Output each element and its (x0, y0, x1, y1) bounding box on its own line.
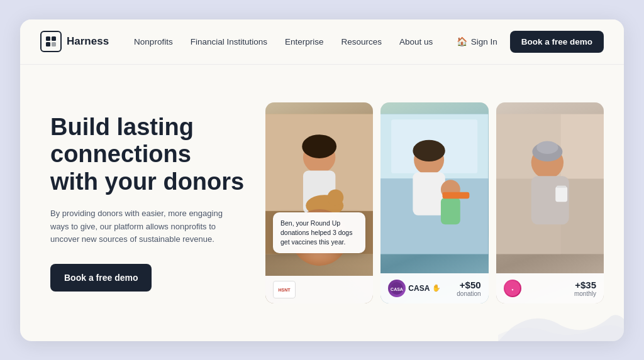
card-3-donation-label: monthly (574, 290, 596, 297)
svg-rect-33 (555, 187, 567, 202)
svg-rect-22 (441, 197, 460, 224)
navbar: Harness Nonprofits Financial Institution… (20, 19, 624, 65)
card-1-footer: HSNT (265, 276, 373, 303)
svg-rect-34 (557, 185, 566, 187)
svg-point-10 (328, 189, 344, 205)
svg-text:HSNT: HSNT (278, 288, 291, 292)
courageous-hearts-badge: ♥ (504, 280, 521, 297)
casa-hand-icon: ✋ (432, 284, 441, 292)
svg-rect-2 (46, 42, 50, 46)
card-3-donation-value: +$35 (574, 280, 596, 290)
hsnt-logo: HSNT (273, 281, 296, 298)
card-2-donation-value: +$50 (457, 280, 480, 290)
card-2-donation-label: donation (457, 290, 480, 297)
nav-about[interactable]: About us (399, 37, 433, 46)
svg-rect-0 (46, 36, 50, 41)
casa-label: CASA (408, 284, 430, 293)
card-2-footer: CASA CASA ✋ +$50 donation (380, 273, 488, 303)
book-demo-nav-button[interactable]: Book a free demo (510, 31, 604, 53)
nav-financial[interactable]: Financial Institutions (191, 37, 267, 46)
book-demo-hero-button[interactable]: Book a free demo (50, 264, 152, 292)
logo-text: Harness (67, 35, 109, 48)
sign-in-label: Sign In (471, 37, 497, 46)
nav-right: 🏠 Sign In Book a free demo (457, 31, 604, 53)
hero-left: Build lasting connections with your dono… (50, 114, 245, 292)
card-3-footer: ♥ +$35 monthly (496, 273, 604, 303)
nav-links: Nonprofits Financial Institutions Enterp… (134, 36, 457, 47)
casa-badge: CASA CASA ✋ (388, 280, 441, 297)
card-2-donation: +$50 donation (457, 280, 480, 297)
card-3-donation: +$35 monthly (574, 280, 596, 297)
card-casa: CASA CASA ✋ +$50 donation (380, 102, 488, 303)
home-icon: 🏠 (457, 36, 467, 46)
svg-rect-19 (413, 172, 445, 215)
casa-circle-icon: CASA (388, 280, 406, 297)
page-container: Harness Nonprofits Financial Institution… (20, 19, 624, 341)
svg-text:CASA: CASA (391, 287, 403, 292)
svg-point-31 (536, 141, 558, 154)
sign-in-link[interactable]: 🏠 Sign In (457, 36, 497, 46)
hero-subtitle: By providing donors with easier, more en… (50, 207, 226, 246)
nav-resources[interactable]: Resources (341, 37, 382, 46)
brush-decoration (498, 303, 624, 341)
nav-nonprofits[interactable]: Nonprofits (134, 37, 173, 46)
svg-point-20 (413, 139, 445, 161)
card-hearts: ♥ +$35 monthly (496, 102, 604, 303)
svg-rect-23 (443, 192, 470, 198)
hero-cards: Ben, your Round Up donations helped 3 do… (265, 102, 604, 303)
hero-title: Build lasting connections with your dono… (50, 114, 245, 196)
courageous-hearts-icon: ♥ (504, 280, 521, 297)
svg-point-11 (302, 134, 336, 158)
logo-link[interactable]: Harness (40, 31, 109, 52)
nav-enterprise[interactable]: Enterprise (285, 37, 324, 46)
logo-icon (40, 31, 62, 52)
card-1-bubble-text: Ben, your Round Up donations helped 3 do… (280, 219, 352, 245)
card-1-bubble: Ben, your Round Up donations helped 3 do… (273, 212, 365, 253)
card-dog: Ben, your Round Up donations helped 3 do… (265, 102, 373, 303)
svg-rect-1 (52, 36, 56, 41)
svg-rect-3 (52, 42, 56, 46)
svg-text:♥: ♥ (511, 288, 513, 292)
card-1-photo (265, 102, 373, 303)
hero-section: Build lasting connections with your dono… (20, 65, 624, 341)
